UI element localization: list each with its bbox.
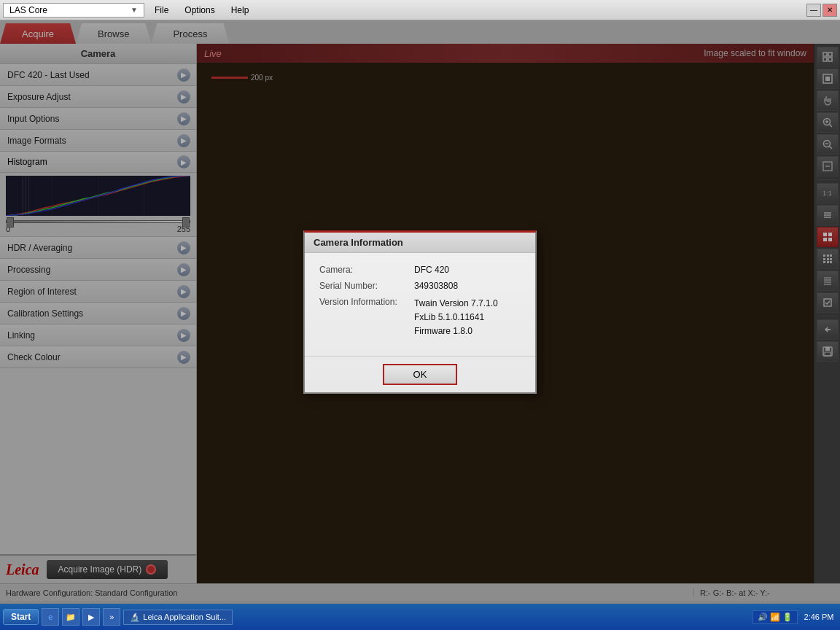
tray-icon-3[interactable]: 🔋 (782, 612, 793, 622)
taskbar-right: 🔊 📶 🔋 2:46 PM (752, 610, 837, 624)
version-field: Version Information: Twain Version 7.7.1… (319, 297, 521, 339)
clock: 2:46 PM (801, 612, 837, 621)
title-controls: — ✕ (806, 4, 837, 17)
system-tray: 🔊 📶 🔋 (752, 610, 798, 624)
tray-icon-2[interactable]: 📶 (770, 612, 780, 622)
minimize-button[interactable]: — (806, 4, 821, 17)
dialog-title: Camera Information (305, 233, 535, 253)
serial-field: Serial Number: 349303808 (319, 281, 521, 291)
menu-bar: File Options Help (147, 4, 256, 17)
app-title-box[interactable]: LAS Core ▼ (3, 3, 144, 18)
menu-options[interactable]: Options (177, 4, 222, 17)
version-value: Twain Version 7.7.1.0FxLib 5.1.0.11641Fi… (414, 297, 498, 339)
taskbar-icon-media[interactable]: ▶ (82, 608, 100, 626)
camera-field: Camera: DFC 420 (319, 265, 521, 275)
title-bar: LAS Core ▼ File Options Help — ✕ (0, 0, 840, 20)
taskbar-icon-folder[interactable]: 📁 (62, 608, 79, 626)
title-left: LAS Core ▼ File Options Help (3, 3, 256, 18)
taskbar-left: Start e 📁 ▶ » 🔬 Leica Application Suit..… (3, 608, 233, 626)
ok-button[interactable]: OK (383, 364, 458, 385)
dropdown-arrow[interactable]: ▼ (131, 6, 138, 14)
tray-icon-1[interactable]: 🔊 (758, 612, 768, 622)
camera-info-dialog: Camera Information Camera: DFC 420 Seria… (303, 230, 537, 394)
taskbar-icon-arrow[interactable]: » (103, 608, 120, 626)
taskbar-icon-ie[interactable]: e (42, 608, 59, 626)
dialog-content: Camera: DFC 420 Serial Number: 349303808… (305, 253, 535, 357)
menu-file[interactable]: File (147, 4, 176, 17)
menu-help[interactable]: Help (224, 4, 257, 17)
app-title: LAS Core (9, 5, 47, 15)
close-button[interactable]: ✕ (822, 4, 837, 17)
taskbar-app-button[interactable]: 🔬 Leica Application Suit... (123, 610, 233, 625)
dialog-buttons: OK (305, 356, 535, 392)
modal-overlay: Camera Information Camera: DFC 420 Seria… (0, 20, 840, 604)
taskbar: Start e 📁 ▶ » 🔬 Leica Application Suit..… (0, 604, 840, 630)
start-button[interactable]: Start (3, 609, 39, 625)
